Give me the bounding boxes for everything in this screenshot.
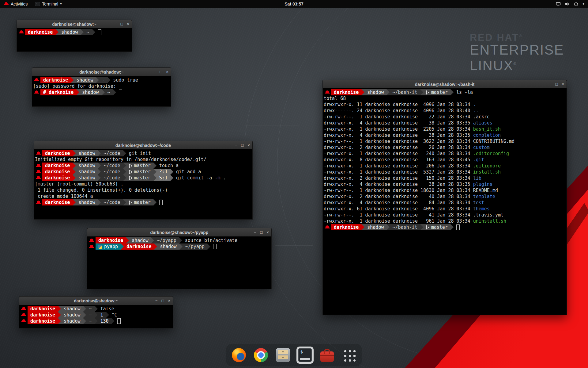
prompt-segment: ~: [84, 29, 92, 35]
redhat-prompt-icon: [36, 151, 41, 156]
window-titlebar[interactable]: darknoise@shadow:~ − □ ×: [32, 68, 171, 76]
redhat-prompt-icon: [21, 319, 27, 324]
maximize-button[interactable]: □: [121, 22, 123, 26]
close-button[interactable]: ×: [166, 70, 168, 74]
terminal-window: darknoise@shadow:~/pyapp − □ × darknoise…: [87, 228, 272, 289]
powerline-arrow: [420, 89, 423, 95]
powerline-arrow: [123, 150, 126, 156]
redhat-prompt-icon: [21, 312, 27, 317]
minimize-button[interactable]: −: [549, 82, 552, 86]
minimize-button[interactable]: −: [155, 299, 158, 303]
prompt-segment: ~: [105, 89, 113, 95]
clock[interactable]: Sat 03:57: [285, 2, 303, 6]
powerline-arrow: [58, 306, 61, 312]
terminal-line: drwxrwxr-x. 11 darknoise darknoise 4096 …: [324, 102, 567, 108]
terminal-line: drwxrwxr-x. 4 darknoise darknoise 38 Jan…: [324, 181, 567, 187]
window-titlebar[interactable]: darknoise@shadow:~ − □ ×: [19, 297, 173, 305]
powerline-arrow: [121, 243, 124, 250]
close-button[interactable]: ×: [127, 22, 129, 26]
terminal-text: drwxrwxr-x. 4 darknoise darknoise 38 Jan…: [324, 120, 473, 126]
minimize-button[interactable]: −: [235, 143, 237, 147]
close-button[interactable]: ×: [168, 299, 170, 303]
terminal-content[interactable]: darknoiseshadow~ sudo true[sudo] passwor…: [32, 76, 171, 106]
terminal-text: test: [473, 200, 484, 206]
prompt-segment: darknoise: [28, 306, 58, 312]
window-titlebar[interactable]: darknoise@shadow:~ − □ ×: [17, 20, 132, 29]
minimize-button[interactable]: −: [254, 230, 256, 234]
maximize-button[interactable]: □: [241, 143, 244, 147]
maximize-button[interactable]: □: [260, 230, 263, 234]
terminal-line: -rwxrwxr-x. 1 darknoise darknoise 5327 J…: [324, 169, 567, 175]
terminal-content[interactable]: darknoiseshadow~ falsedarknoiseshadow~1 …: [19, 305, 173, 328]
window-titlebar[interactable]: darknoise@shadow:~/pyapp − □ ×: [87, 228, 271, 237]
prompt-segment: shadow: [61, 306, 83, 312]
redhat-prompt-icon: [21, 306, 27, 311]
terminal-text: -rwxrwxr-x. 1 darknoise darknoise 961 Ja…: [324, 218, 473, 224]
terminal-line: darknoiseshadow~/bash-itmaster: [324, 224, 567, 230]
terminal-content[interactable]: darknoiseshadow~/bash-itmaster ls -latot…: [323, 88, 567, 315]
dock: [226, 344, 362, 366]
dock-item-terminal[interactable]: [296, 347, 314, 364]
prompt-segment: shadow: [76, 199, 98, 205]
maximize-button[interactable]: □: [556, 82, 558, 86]
dock-item-chrome[interactable]: [252, 347, 270, 364]
powerline-arrow: [450, 224, 454, 230]
chevron-down-icon[interactable]: ▾: [582, 2, 584, 6]
window-title: darknoise@shadow:~: [74, 298, 118, 303]
terminal-text: Initialized empty Git repository in /hom…: [35, 156, 206, 163]
terminal-line: -rw-rw-r--. 1 darknoise darknoise 22 Jan…: [324, 114, 567, 120]
terminal-content[interactable]: darknoiseshadow~: [17, 28, 132, 52]
app-menu-terminal[interactable]: Terminal ▾: [31, 0, 65, 8]
powerline-arrow: [73, 199, 76, 205]
power-icon[interactable]: [574, 2, 579, 6]
redhat-prompt-icon: [36, 169, 41, 174]
terminal-text: drwxrwxr-x. 61 darknoise darknoise 4096 …: [324, 206, 473, 212]
prompt-segment: shadow: [129, 237, 151, 243]
terminal-text: sudo true: [111, 77, 138, 83]
close-button[interactable]: ×: [562, 82, 564, 86]
dock-item-firefox[interactable]: [230, 347, 247, 364]
volume-icon[interactable]: [565, 2, 570, 6]
minimize-button[interactable]: −: [153, 70, 156, 74]
chevron-down-icon: ▾: [60, 2, 62, 6]
window-title: darknoise@shadow:~/pyapp: [150, 230, 209, 235]
window-titlebar[interactable]: darknoise@shadow:~/bash-it − □ ×: [323, 80, 567, 89]
powerline-arrow: [76, 89, 79, 95]
terminal-text: -rw-rw-r--. 1 darknoise darknoise 18630 …: [324, 187, 473, 194]
powerline-arrow: [123, 163, 126, 169]
prompt-segment: shadow: [76, 150, 98, 156]
close-button[interactable]: ×: [247, 143, 250, 147]
prompt-segment: shadow: [76, 175, 98, 181]
terminal-text: -rwxrwxr-x. 1 darknoise darknoise 5327 J…: [324, 169, 473, 175]
powerline-arrow: [58, 312, 61, 318]
terminal-text: .git: [473, 157, 484, 163]
window-titlebar[interactable]: darknoise@shadow:~/code − □ ×: [34, 141, 252, 150]
powerline-arrow: [420, 224, 423, 230]
terminal-text: template: [473, 194, 495, 200]
close-button[interactable]: ×: [266, 230, 269, 234]
prompt-segment: shadow: [61, 312, 83, 318]
terminal-content[interactable]: darknoiseshadow~/code git initInitialize…: [34, 149, 252, 219]
dock-item-app-grid[interactable]: [341, 347, 358, 364]
prompt-segment: darknoise: [25, 29, 55, 35]
dock-item-toolbox[interactable]: [318, 347, 336, 364]
toolbox-icon: [320, 351, 334, 362]
dock-item-files[interactable]: [274, 347, 292, 364]
prompt-segment: darknoise: [42, 169, 73, 175]
terminal-content[interactable]: darknoiseshadow~/pyapp source bin/activa…: [87, 236, 271, 289]
prompt-segment: shadow: [58, 29, 81, 35]
terminal-window: darknoise@shadow:~/code − □ × darknoises…: [34, 141, 253, 220]
maximize-button[interactable]: □: [162, 299, 164, 303]
prompt-segment: shadow: [61, 318, 83, 324]
activities-button[interactable]: Activities: [0, 0, 31, 8]
minimize-button[interactable]: −: [114, 22, 117, 26]
terminal-line: drwxrwxr-x. 61 darknoise darknoise 4096 …: [324, 206, 567, 212]
terminal-text: -rwxrwxr-x. 1 darknoise darknoise 2205 J…: [324, 126, 473, 132]
maximize-button[interactable]: □: [160, 70, 162, 74]
powerline-arrow: [113, 89, 116, 95]
terminal-text: themes: [473, 206, 490, 212]
screen-icon[interactable]: [556, 2, 561, 6]
terminal-text: .gitignore: [473, 163, 501, 169]
terminal-text: false: [98, 306, 114, 312]
prompt-segment: darknoise: [42, 150, 73, 156]
